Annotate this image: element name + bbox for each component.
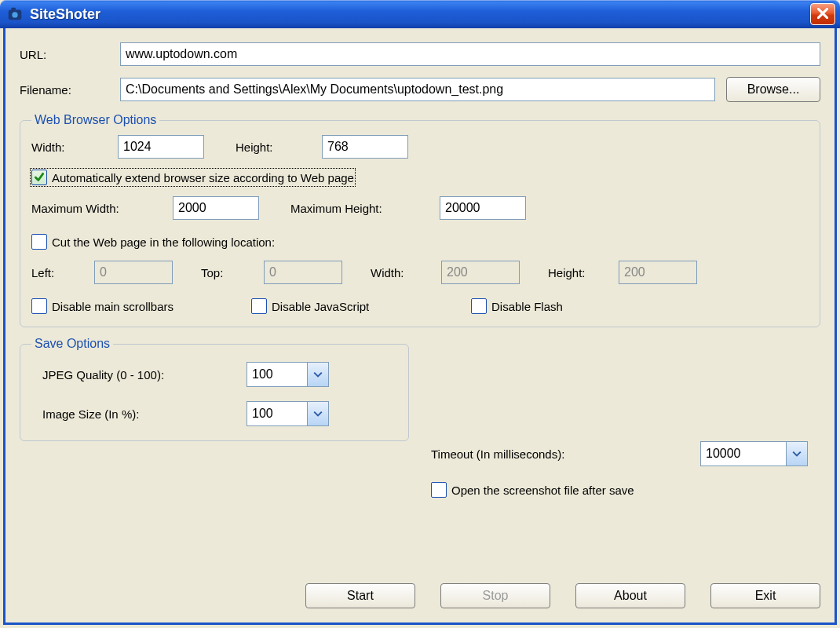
dropdown-button[interactable] — [307, 363, 328, 386]
auto-extend-label: Automatically extend browser size accord… — [52, 171, 354, 184]
save-options-group: Save Options JPEG Quality (0 - 100): Ima… — [20, 337, 409, 441]
height-label: Height: — [236, 141, 322, 154]
disable-scrollbars-checkbox[interactable]: Disable main scrollbars — [31, 298, 251, 314]
disable-flash-checkbox[interactable]: Disable Flash — [471, 298, 563, 314]
chevron-down-icon — [313, 407, 323, 421]
cut-width-label: Width: — [371, 266, 441, 279]
checkbox-icon — [31, 170, 47, 185]
checkbox-icon — [251, 298, 267, 314]
cut-page-checkbox[interactable]: Cut the Web page in the following locati… — [31, 234, 275, 250]
jpeg-quality-combo[interactable] — [247, 362, 329, 387]
cut-left-input — [94, 261, 173, 284]
exit-button[interactable]: Exit — [710, 583, 820, 608]
chevron-down-icon — [792, 447, 802, 461]
width-label: Width: — [31, 141, 118, 154]
checkbox-icon — [31, 234, 47, 250]
filename-label: Filename: — [20, 83, 120, 97]
start-button[interactable]: Start — [305, 583, 415, 608]
width-input[interactable] — [118, 135, 204, 159]
auto-extend-checkbox[interactable]: Automatically extend browser size accord… — [31, 170, 354, 185]
button-bar: Start Stop About Exit — [5, 583, 835, 608]
cut-top-label: Top: — [201, 266, 264, 279]
cut-left-label: Left: — [31, 266, 94, 279]
dropdown-button[interactable] — [786, 442, 807, 466]
save-options-legend: Save Options — [31, 337, 113, 351]
max-height-input[interactable] — [440, 196, 526, 220]
timeout-label: Timeout (In milliseconds): — [431, 447, 700, 461]
about-button[interactable]: About — [575, 583, 685, 608]
checkbox-icon — [31, 298, 47, 314]
url-input[interactable] — [120, 42, 820, 66]
checkbox-icon — [471, 298, 487, 314]
chevron-down-icon — [313, 368, 323, 382]
client-area: URL: Filename: Browse... Web Browser Opt… — [3, 28, 837, 625]
cut-top-input — [264, 261, 342, 284]
open-after-save-label: Open the screenshot file after save — [451, 484, 634, 497]
close-icon — [817, 8, 828, 21]
image-size-label: Image Size (In %): — [42, 407, 247, 421]
dropdown-button[interactable] — [307, 402, 328, 425]
close-button[interactable] — [810, 3, 835, 25]
checkbox-icon — [431, 482, 447, 498]
web-browser-options-legend: Web Browser Options — [31, 113, 159, 127]
svg-point-1 — [12, 12, 17, 17]
timeout-input[interactable] — [701, 442, 786, 466]
extra-options-area: Timeout (In milliseconds): Open the scre… — [431, 441, 808, 509]
app-icon — [6, 5, 24, 23]
timeout-combo[interactable] — [700, 441, 808, 466]
filename-input[interactable] — [120, 78, 715, 101]
cut-page-label: Cut the Web page in the following locati… — [52, 236, 275, 249]
open-after-save-checkbox[interactable]: Open the screenshot file after save — [431, 482, 634, 498]
jpeg-quality-input[interactable] — [247, 363, 307, 386]
cut-width-input — [441, 261, 520, 284]
url-label: URL: — [20, 48, 120, 61]
svg-rect-2 — [11, 8, 16, 11]
image-size-input[interactable] — [247, 402, 307, 425]
jpeg-quality-label: JPEG Quality (0 - 100): — [42, 368, 247, 382]
disable-scrollbars-label: Disable main scrollbars — [52, 300, 173, 313]
stop-button: Stop — [440, 583, 550, 608]
disable-flash-label: Disable Flash — [491, 300, 563, 313]
disable-javascript-checkbox[interactable]: Disable JavaScript — [251, 298, 471, 314]
window-title: SiteShoter — [30, 6, 810, 23]
max-width-input[interactable] — [173, 196, 259, 220]
cut-height-input — [619, 261, 697, 284]
max-width-label: Maximum Width: — [31, 202, 173, 215]
max-height-label: Maximum Height: — [290, 202, 440, 215]
image-size-combo[interactable] — [247, 401, 329, 426]
browse-button[interactable]: Browse... — [726, 77, 820, 102]
disable-javascript-label: Disable JavaScript — [272, 300, 369, 313]
titlebar[interactable]: SiteShoter — [0, 0, 840, 28]
height-input[interactable] — [322, 135, 408, 159]
cut-height-label: Height: — [548, 266, 619, 279]
web-browser-options-group: Web Browser Options Width: Height: Autom… — [20, 113, 820, 327]
